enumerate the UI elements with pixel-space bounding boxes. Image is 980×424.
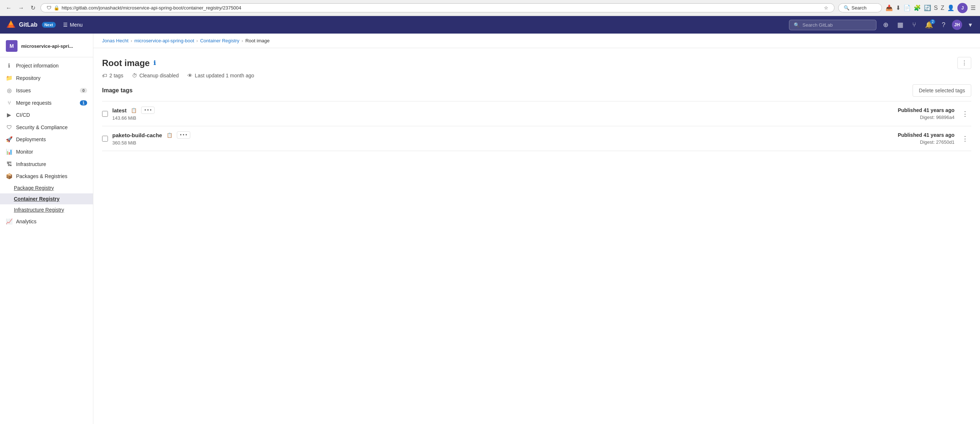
tag-info-latest: latest 📋 • • • 143.66 MiB <box>112 107 893 121</box>
sidebar-item-infrastructure[interactable]: 🏗 Infrastructure <box>0 158 93 170</box>
cleanup-item: ⏱ Cleanup disabled <box>132 73 179 78</box>
sidebar-item-ci-cd[interactable]: ▶ CI/CD <box>0 109 93 121</box>
tag-checkbox-paketo[interactable] <box>102 136 108 142</box>
section-title: Image tags <box>102 87 133 94</box>
tag-digest-latest: Digest: 96896a4 <box>897 115 955 120</box>
gitlab-logo: GitLab <box>6 20 38 30</box>
browser-avatar[interactable]: J <box>958 3 967 13</box>
sidebar-item-label: Infrastructure <box>16 161 46 167</box>
sidebar-item-project-information[interactable]: ℹ Project information <box>0 59 93 72</box>
reader-icon[interactable]: 📄 <box>904 5 911 11</box>
search-input[interactable] <box>802 22 872 28</box>
sidebar-item-label: CI/CD <box>16 112 30 118</box>
notifications-button[interactable]: 🔔 2 <box>923 19 935 30</box>
menu-icon[interactable]: ☰ <box>970 5 975 11</box>
merge-requests-icon: ⑂ <box>6 100 13 106</box>
tags-list: latest 📋 • • • 143.66 MiB Published 41 y… <box>102 102 971 151</box>
sidebar-item-label: Monitor <box>16 149 33 155</box>
cleanup-label: Cleanup disabled <box>139 73 179 78</box>
merge-requests-badge: 1 <box>80 100 87 105</box>
sidebar-item-repository[interactable]: 📁 Repository <box>0 72 93 84</box>
breadcrumb-link-project[interactable]: microservice-api-spring-boot <box>135 38 194 43</box>
issues-badge: 0 <box>80 88 87 93</box>
breadcrumb: Jonas Hecht › microservice-api-spring-bo… <box>93 33 980 48</box>
tag-published-latest: Published 41 years ago <box>897 107 955 113</box>
tag-copy-button-latest[interactable]: 📋 <box>129 107 138 114</box>
tag-meta-paketo: Published 41 years ago Digest: 27650d1 <box>897 132 955 145</box>
tag-size-paketo: 360.58 MiB <box>112 140 893 146</box>
sidebar-item-packages-registries[interactable]: 📦 Packages & Registries <box>0 170 93 182</box>
panels-button[interactable]: ▦ <box>895 19 905 30</box>
forward-button[interactable]: → <box>17 3 25 13</box>
sidebar-item-label: Issues <box>16 88 30 93</box>
breadcrumb-link-registry[interactable]: Container Registry <box>200 38 240 43</box>
title-info-icon[interactable]: ℹ <box>153 59 156 66</box>
main-content: Jonas Hecht › microservice-api-spring-bo… <box>93 33 980 424</box>
zoom-icon[interactable]: Z <box>940 5 944 11</box>
download-icon[interactable]: ⬇ <box>896 5 900 11</box>
sidebar-item-label: Deployments <box>16 137 46 142</box>
sidebar-item-security-compliance[interactable]: 🛡 Security & Compliance <box>0 121 93 133</box>
sidebar-item-analytics[interactable]: 📈 Analytics <box>0 215 93 228</box>
menu-button[interactable]: ☰ Menu <box>60 20 86 30</box>
menu-label: Menu <box>70 22 83 28</box>
project-avatar: M <box>6 40 18 52</box>
tag-published-paketo: Published 41 years ago <box>897 132 955 138</box>
tag-name-row-paketo: paketo-build-cache 📋 • • • <box>112 131 893 139</box>
search-bar[interactable]: 🔍 <box>789 20 877 30</box>
tag-meta-latest: Published 41 years ago Digest: 96896a4 <box>897 107 955 120</box>
sidebar-item-label: Project information <box>16 63 59 69</box>
extensions-icon[interactable]: 🧩 <box>914 5 921 11</box>
skype-icon[interactable]: S <box>934 5 938 11</box>
extra-icon[interactable]: 👤 <box>947 5 955 11</box>
pocket-icon[interactable]: 📥 <box>886 5 893 11</box>
sidebar-item-label: Security & Compliance <box>16 124 68 130</box>
url-text: https://gitlab.com/jonashackt/microservi… <box>62 5 241 11</box>
sidebar-item-container-registry[interactable]: Container Registry <box>0 193 93 204</box>
sidebar-item-package-registry[interactable]: Package Registry <box>0 182 93 193</box>
browser-search[interactable]: 🔍 Search <box>838 3 882 13</box>
breadcrumb-sep-2: › <box>197 38 198 43</box>
clock-icon: 👁 <box>188 73 192 78</box>
user-menu-chevron[interactable]: ▾ <box>967 19 974 30</box>
sidebar-item-label: Analytics <box>16 218 37 225</box>
back-button[interactable]: ← <box>5 3 13 13</box>
sync-icon[interactable]: 🔄 <box>924 5 931 11</box>
infrastructure-icon: 🏗 <box>6 161 13 167</box>
page-options-button[interactable]: ⋮ <box>958 57 971 69</box>
tag-more-actions-latest[interactable]: • • • <box>141 107 154 114</box>
sidebar-item-deployments[interactable]: 🚀 Deployments <box>0 133 93 146</box>
tag-more-actions-paketo[interactable]: • • • <box>177 131 190 139</box>
tag-copy-button-paketo[interactable]: 📋 <box>165 132 174 139</box>
sidebar-item-issues[interactable]: ◎ Issues 0 <box>0 84 93 97</box>
svg-marker-2 <box>9 21 13 25</box>
merge-request-button[interactable]: ⑂ <box>910 20 918 30</box>
search-indicator-icon: 🔍 <box>844 5 850 11</box>
gitlab-logo-icon <box>6 20 16 30</box>
tag-name-paketo: paketo-build-cache <box>112 132 162 138</box>
tag-row-options-latest[interactable]: ⋮ <box>959 108 971 119</box>
reload-button[interactable]: ↻ <box>29 3 37 13</box>
browser-icon-group: 📥 ⬇ 📄 🧩 🔄 S Z 👤 J ☰ <box>886 3 975 13</box>
lock-icon: 🔒 <box>54 5 59 11</box>
star-icon: ☆ <box>824 5 828 11</box>
tags-count-item: 🏷 2 tags <box>102 73 123 78</box>
page-title-row: Root image ℹ ⋮ <box>102 57 971 69</box>
delete-selected-button[interactable]: Delete selected tags <box>913 84 971 97</box>
info-icon: ℹ <box>6 62 13 69</box>
help-button[interactable]: ? <box>940 20 948 30</box>
tag-row-options-paketo[interactable]: ⋮ <box>959 133 971 144</box>
project-name: microservice-api-spri... <box>21 43 73 49</box>
sidebar-item-label: Repository <box>16 75 40 81</box>
create-button[interactable]: ⊕ <box>881 19 891 30</box>
sidebar-item-infrastructure-registry[interactable]: Infrastructure Registry <box>0 204 93 215</box>
cleanup-icon: ⏱ <box>132 73 137 78</box>
sidebar-item-merge-requests[interactable]: ⑂ Merge requests 1 <box>0 97 93 109</box>
tag-checkbox-latest[interactable] <box>102 111 108 117</box>
user-avatar[interactable]: JH <box>952 20 962 30</box>
breadcrumb-link-user[interactable]: Jonas Hecht <box>102 38 128 43</box>
repository-icon: 📁 <box>6 75 13 81</box>
sidebar-item-monitor[interactable]: 📊 Monitor <box>0 146 93 158</box>
security-icon: 🛡 <box>6 124 13 130</box>
breadcrumb-current: Root image <box>245 38 269 43</box>
